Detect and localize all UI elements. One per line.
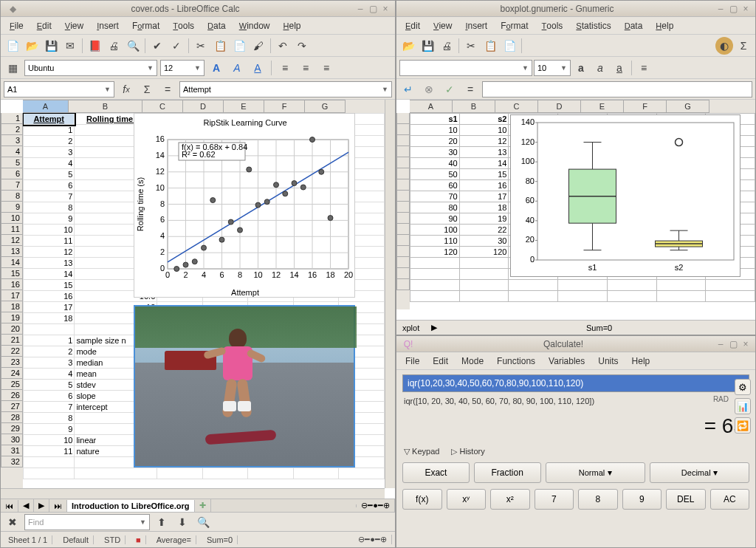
undo-icon[interactable]: ↶ (274, 37, 292, 55)
spellcheck-icon[interactable]: ✔ (148, 37, 166, 55)
xy-button[interactable]: xʸ (447, 489, 487, 510)
menu-format[interactable]: Format (495, 18, 534, 33)
sum-icon[interactable]: Σ (735, 37, 752, 55)
x2-button[interactable]: x² (490, 489, 530, 510)
zoom-slider-status[interactable]: ⊖━●━⊕ (354, 535, 392, 544)
styles-icon[interactable]: ▦ (4, 59, 21, 77)
cell-input[interactable] (482, 81, 752, 97)
menu-view[interactable]: View (59, 18, 89, 33)
del-button[interactable]: DEL (666, 489, 706, 510)
num-8-button[interactable]: 8 (578, 489, 618, 510)
chart-icon[interactable]: ◐ (715, 37, 733, 55)
menu-insert[interactable]: Insert (459, 18, 493, 33)
menu-file[interactable]: File (4, 18, 30, 33)
redo-icon[interactable]: ↷ (293, 37, 311, 55)
exact-button[interactable]: Exact (402, 462, 470, 483)
scatter-chart[interactable]: RipStik Learning Curve024681012141618200… (134, 113, 355, 298)
tab-first-icon[interactable]: ⏮ (1, 500, 18, 512)
paste-icon[interactable]: 📄 (501, 37, 518, 55)
close-icon[interactable]: × (740, 339, 751, 349)
underline-icon[interactable]: A (249, 59, 267, 77)
find-close-icon[interactable]: ✖ (4, 513, 21, 531)
accept-icon[interactable]: ✓ (441, 81, 458, 98)
brush-icon[interactable]: 🖌 (250, 37, 267, 55)
open-icon[interactable]: 📂 (399, 37, 417, 55)
minimize-icon[interactable]: – (715, 339, 726, 349)
qa-titlebar[interactable]: Q! Qalculate! – ▢ × (396, 336, 755, 352)
vertical-scrollbar[interactable] (385, 100, 395, 488)
autospell-icon[interactable]: ✓ (168, 37, 185, 55)
font-size-combo[interactable]: 12▼ (160, 60, 205, 76)
find-input[interactable]: Find▼ (24, 514, 150, 530)
underline-icon[interactable]: a (611, 59, 628, 77)
menu-mode[interactable]: Mode (456, 354, 489, 369)
menu-format[interactable]: Format (126, 18, 165, 33)
tab-prev-icon[interactable]: ◀ (18, 499, 34, 512)
tab-next-icon[interactable]: ▶ (34, 499, 49, 512)
minimize-icon[interactable]: – (355, 4, 365, 14)
open-icon[interactable]: 📂 (23, 37, 41, 55)
execute-icon[interactable]: ⚙ (735, 379, 751, 395)
align-left-icon[interactable]: ≡ (276, 59, 294, 77)
add-sheet-icon[interactable]: ✚ (195, 499, 211, 512)
lo-titlebar[interactable]: ◆ cover.ods - LibreOffice Calc – ▢ × (1, 1, 395, 17)
email-icon[interactable]: ✉ (61, 37, 79, 55)
menu-statistics[interactable]: Statistics (570, 18, 616, 33)
gn-sheet-area[interactable]: ABCDEFG s1s21010201230134014501560167017… (396, 100, 755, 320)
menu-insert[interactable]: Insert (91, 18, 125, 33)
menu-file[interactable]: File (399, 354, 425, 369)
cut-icon[interactable]: ✂ (192, 37, 210, 55)
store-icon[interactable]: 📊 (735, 398, 751, 414)
preview-icon[interactable]: 🔍 (124, 37, 142, 55)
equals-icon[interactable]: = (461, 81, 479, 98)
menu-data[interactable]: Data (202, 18, 232, 33)
maximize-icon[interactable]: ▢ (728, 339, 738, 349)
font-combo[interactable]: ▼ (399, 60, 532, 76)
find-options-icon[interactable]: 🔍 (194, 513, 212, 531)
tab-nav-icon[interactable]: ▶ (425, 323, 443, 332)
menu-help[interactable]: Help (626, 354, 656, 369)
fx-button[interactable]: f(x) (402, 489, 442, 510)
align-center-icon[interactable]: ≡ (297, 59, 315, 77)
cell-reference-input[interactable]: A1▼ (4, 81, 114, 97)
close-icon[interactable]: × (380, 4, 391, 14)
sheet-tab-active[interactable]: Introduction to LibreOffice.org (67, 500, 195, 512)
menu-edit[interactable]: Edit (427, 354, 454, 369)
new-icon[interactable]: 📄 (4, 37, 21, 55)
print-icon[interactable]: 🖨 (438, 37, 456, 55)
close-icon[interactable]: × (740, 4, 751, 14)
tab-last-icon[interactable]: ⏭ (49, 500, 67, 512)
zoom-slider[interactable]: ⊖━●━⊕ (357, 499, 395, 512)
boxplot-chart[interactable]: 020406080100120140s1s2 (510, 114, 740, 277)
save-icon[interactable]: 💾 (419, 37, 436, 55)
font-name-combo[interactable]: Ubuntu▼ (24, 60, 157, 76)
gn-tab-name[interactable]: xplot (396, 323, 425, 332)
num-7-button[interactable]: 7 (535, 489, 574, 510)
sum-icon[interactable]: Σ (138, 81, 156, 98)
menu-functions[interactable]: Functions (491, 354, 541, 369)
fontsize-combo[interactable]: 10▼ (534, 60, 571, 76)
cut-icon[interactable]: ✂ (462, 37, 480, 55)
menu-edit[interactable]: Edit (31, 18, 58, 33)
keypad-toggle[interactable]: ▽ Keypad (404, 447, 439, 456)
italic-icon[interactable]: A (228, 59, 246, 77)
menu-view[interactable]: View (427, 18, 458, 33)
history-toggle[interactable]: ▷ History (451, 447, 484, 456)
menu-window[interactable]: Window (233, 18, 276, 33)
menu-help[interactable]: Help (278, 18, 307, 33)
menu-variables[interactable]: Variables (543, 354, 591, 369)
embedded-photo[interactable] (134, 305, 355, 467)
menu-help[interactable]: Help (650, 18, 679, 33)
menu-units[interactable]: Units (592, 354, 624, 369)
menu-edit[interactable]: Edit (399, 18, 426, 33)
copy-icon[interactable]: 📋 (211, 37, 229, 55)
num-9-button[interactable]: 9 (622, 489, 662, 510)
maximize-icon[interactable]: ▢ (368, 4, 378, 14)
minimize-icon[interactable]: – (715, 4, 726, 14)
print-icon[interactable]: 🖨 (105, 37, 123, 55)
normal-combo[interactable]: Normal ▾ (546, 462, 645, 483)
copy-icon[interactable]: 📋 (481, 37, 499, 55)
equals-icon[interactable]: = (159, 81, 176, 98)
save-icon[interactable]: 💾 (42, 37, 60, 55)
lo-row-headers[interactable]: 1234567891011121314151617181920212223242… (1, 113, 23, 488)
